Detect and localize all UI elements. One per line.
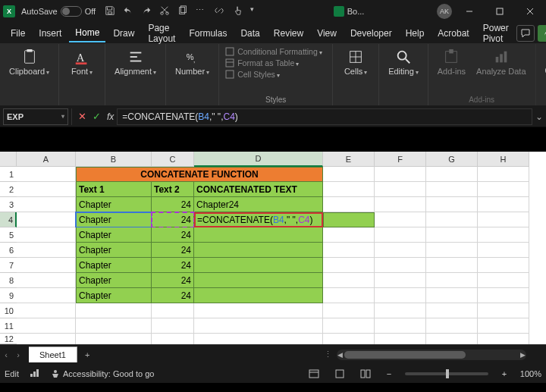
cell-ref-b4[interactable]: Chapter — [76, 212, 152, 227]
cell[interactable] — [426, 227, 478, 243]
name-box[interactable]: EXP▾ — [3, 108, 68, 125]
cell[interactable] — [323, 303, 375, 318]
cell[interactable] — [194, 243, 323, 258]
cell[interactable] — [375, 258, 426, 273]
save-icon[interactable] — [105, 5, 115, 17]
cell[interactable] — [17, 258, 76, 273]
cell[interactable]: Text 2 — [152, 182, 194, 197]
cell[interactable] — [17, 288, 76, 303]
page-break-view-button[interactable] — [358, 368, 373, 380]
col-header[interactable]: A — [17, 152, 76, 167]
horizontal-scrollbar[interactable]: ◀ ▶ — [337, 350, 526, 360]
cell[interactable] — [323, 227, 375, 243]
cell[interactable]: 24 — [152, 197, 194, 212]
cell[interactable]: 24 — [152, 273, 194, 288]
row-header[interactable]: 8 — [0, 273, 17, 288]
cell[interactable] — [323, 334, 375, 344]
cell[interactable] — [426, 243, 478, 258]
cell-title[interactable]: CONCATENATE FUNCTION — [76, 167, 323, 182]
cell[interactable] — [152, 318, 194, 334]
row-header[interactable]: 7 — [0, 258, 17, 273]
comments-button[interactable] — [516, 25, 535, 42]
cells-button[interactable]: Cells — [339, 47, 372, 77]
toggle-track[interactable] — [61, 6, 82, 17]
document-title[interactable]: Bo... — [334, 6, 365, 17]
cell[interactable] — [478, 227, 529, 243]
cell[interactable] — [323, 273, 375, 288]
cell[interactable] — [194, 273, 323, 288]
row-header[interactable]: 1 — [0, 167, 17, 182]
cell-editing[interactable]: =CONCATENATE(B4," ", C4) — [194, 212, 323, 227]
row-header[interactable]: 2 — [0, 182, 17, 197]
analyze-data-button[interactable]: Analyze Data — [473, 47, 529, 77]
normal-view-button[interactable] — [306, 368, 322, 380]
copy-icon[interactable] — [177, 5, 188, 17]
cell[interactable] — [426, 334, 478, 344]
alignment-button[interactable]: Alignment — [111, 47, 159, 77]
cell[interactable]: CONCATENATED TEXT — [194, 182, 323, 197]
qat-dropdown-icon[interactable]: ▾ — [250, 5, 261, 16]
cell[interactable] — [323, 258, 375, 273]
stats-icon[interactable] — [30, 368, 40, 379]
cell[interactable] — [17, 167, 76, 182]
scroll-left-icon[interactable]: ◀ — [337, 351, 343, 359]
cell[interactable] — [375, 243, 426, 258]
cell[interactable] — [323, 197, 375, 212]
select-all-corner[interactable] — [0, 152, 17, 167]
tab-help[interactable]: Help — [400, 25, 431, 42]
cell[interactable] — [426, 197, 478, 212]
cell[interactable] — [194, 303, 323, 318]
cell[interactable] — [17, 303, 76, 318]
cell[interactable]: 24 — [152, 243, 194, 258]
tab-review[interactable]: Review — [268, 25, 309, 42]
cell-ref-c4[interactable]: 24 — [152, 212, 194, 227]
row-header[interactable]: 12 — [0, 334, 17, 344]
scroll-right-icon[interactable]: ▶ — [520, 351, 526, 359]
sheet-nav-next[interactable]: › — [12, 350, 24, 359]
cell[interactable]: Chapter24 — [194, 197, 323, 212]
cell[interactable] — [375, 167, 426, 182]
close-button[interactable] — [517, 0, 543, 23]
cell[interactable] — [375, 318, 426, 334]
cell[interactable] — [426, 167, 478, 182]
row-header[interactable]: 5 — [0, 227, 17, 243]
cell[interactable] — [194, 288, 323, 303]
redo-icon[interactable] — [141, 5, 152, 17]
cell[interactable] — [17, 227, 76, 243]
cell[interactable] — [17, 212, 76, 227]
share-button[interactable] — [538, 25, 546, 42]
cell[interactable] — [375, 182, 426, 197]
sheet-tab[interactable]: Sheet1 — [29, 347, 77, 362]
cell[interactable] — [323, 167, 375, 182]
cell[interactable] — [323, 182, 375, 197]
cell[interactable]: 24 — [152, 258, 194, 273]
row-header[interactable]: 4 — [0, 212, 17, 227]
cell[interactable] — [17, 318, 76, 334]
col-header[interactable]: B — [76, 152, 152, 167]
cell[interactable] — [194, 334, 323, 344]
tab-power-pivot[interactable]: Power Pivot — [477, 20, 515, 47]
cell[interactable]: Chapter — [76, 258, 152, 273]
cell[interactable] — [478, 318, 529, 334]
cell[interactable] — [426, 258, 478, 273]
tab-page-layout[interactable]: Page Layout — [142, 20, 181, 47]
create-pdf-button[interactable]: Create a PDF — [542, 47, 546, 77]
cell[interactable] — [17, 243, 76, 258]
cell[interactable] — [17, 182, 76, 197]
col-header[interactable]: C — [152, 152, 194, 167]
cell[interactable] — [426, 318, 478, 334]
cell[interactable] — [17, 273, 76, 288]
worksheet-grid[interactable]: 1 2 3 4 5 6 7 8 9 10 11 12 A B C D E F G… — [0, 152, 546, 344]
cell[interactable] — [323, 318, 375, 334]
col-header[interactable]: G — [426, 152, 478, 167]
cell[interactable]: Chapter — [76, 197, 152, 212]
col-header[interactable]: F — [375, 152, 426, 167]
cell[interactable] — [375, 273, 426, 288]
paste-button[interactable]: Clipboard — [6, 47, 52, 77]
cell[interactable] — [17, 197, 76, 212]
cell[interactable] — [426, 212, 478, 227]
user-avatar[interactable]: AK — [437, 4, 452, 19]
zoom-out-button[interactable]: − — [384, 369, 394, 378]
cell[interactable] — [478, 303, 529, 318]
cell[interactable] — [323, 243, 375, 258]
